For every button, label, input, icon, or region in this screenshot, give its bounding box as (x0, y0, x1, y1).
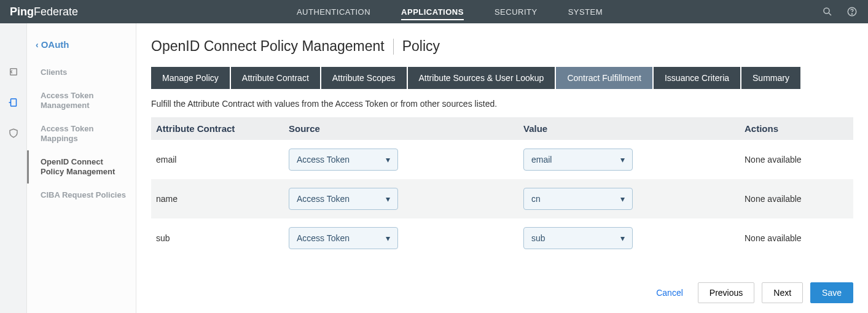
svg-point-3 (851, 14, 852, 14)
row1-source-select[interactable]: Access Token ▾ (289, 188, 398, 210)
sidebar: ‹ OAuth Clients Access Token Management … (27, 23, 136, 313)
row0-ac: email (156, 155, 289, 164)
topnav-authentication[interactable]: AUTHENTICATION (297, 1, 370, 23)
chevron-down-icon: ▾ (620, 155, 625, 164)
topnav-applications[interactable]: APPLICATIONS (401, 1, 464, 23)
tab-attribute-scopes[interactable]: Attribute Scopes (321, 67, 407, 89)
help-icon[interactable] (846, 6, 858, 18)
col-header-act: Actions (745, 123, 848, 134)
chevron-down-icon: ▾ (386, 155, 390, 164)
row0-value-value: email (531, 155, 552, 164)
sidebar-back[interactable]: ‹ OAuth (27, 36, 136, 61)
page-title-sub: Policy (402, 38, 440, 55)
tabs: Manage Policy Attribute Contract Attribu… (151, 67, 853, 89)
rail-icon-1[interactable] (8, 66, 19, 77)
row0-actions: None available (745, 155, 848, 164)
tab-manage-policy[interactable]: Manage Policy (151, 67, 230, 89)
topbar-icons (821, 6, 858, 18)
fulfillment-grid: Attribute Contract Source Value Actions … (151, 117, 853, 258)
col-header-ac: Attribute Contract (156, 123, 289, 134)
topnav-security[interactable]: SECURITY (495, 1, 538, 23)
chevron-down-icon: ▾ (620, 194, 625, 204)
tab-attribute-contract[interactable]: Attribute Contract (231, 67, 320, 89)
topnav: AUTHENTICATION APPLICATIONS SECURITY SYS… (78, 1, 821, 23)
row2-value-value: sub (531, 233, 545, 243)
table-row: sub Access Token ▾ sub ▾ None available (151, 218, 853, 258)
title-divider (393, 39, 394, 55)
row2-ac: sub (156, 233, 289, 243)
previous-button[interactable]: Previous (698, 282, 754, 303)
chevron-down-icon: ▾ (386, 233, 390, 243)
brand-logo: PingFederate (10, 6, 78, 18)
brand-part1: Ping (10, 6, 34, 18)
sidebar-item-clients[interactable]: Clients (27, 61, 136, 84)
svg-rect-5 (10, 99, 16, 106)
row1-source-value: Access Token (297, 194, 350, 204)
col-header-val: Value (523, 123, 745, 134)
row2-actions: None available (745, 233, 848, 243)
tab-attr-sources[interactable]: Attribute Sources & User Lookup (408, 67, 555, 89)
row1-ac: name (156, 194, 289, 204)
row2-source-select[interactable]: Access Token ▾ (289, 227, 398, 249)
main-content: OpenID Connect Policy Management Policy … (136, 23, 868, 313)
table-row: name Access Token ▾ cn ▾ None available (151, 179, 853, 218)
chevron-down-icon: ▾ (620, 233, 625, 243)
sidebar-back-label: OAuth (41, 39, 69, 50)
row1-actions: None available (745, 194, 848, 204)
cancel-link[interactable]: Cancel (656, 288, 683, 298)
next-button[interactable]: Next (762, 282, 803, 303)
page-title: OpenID Connect Policy Management Policy (151, 38, 853, 55)
tab-issuance-criteria[interactable]: Issuance Criteria (654, 67, 740, 89)
save-button[interactable]: Save (810, 282, 853, 303)
row0-source-value: Access Token (297, 155, 350, 164)
row2-source-value: Access Token (297, 233, 350, 243)
svg-line-1 (829, 13, 831, 15)
sidebar-item-oidc[interactable]: OpenID Connect Policy Management (27, 150, 136, 184)
icon-rail (0, 23, 27, 313)
sidebar-item-atmap[interactable]: Access Token Mappings (27, 117, 136, 150)
search-icon[interactable] (821, 6, 834, 18)
footer-actions: Cancel Previous Next Save (136, 270, 868, 313)
tab-contract-fulfillment[interactable]: Contract Fulfillment (556, 67, 652, 89)
rail-icon-3[interactable] (8, 128, 19, 139)
tab-summary[interactable]: Summary (741, 67, 800, 89)
topnav-system[interactable]: SYSTEM (568, 1, 603, 23)
chevron-down-icon: ▾ (386, 194, 390, 204)
table-row: email Access Token ▾ email ▾ None availa… (151, 140, 853, 179)
row2-value-select[interactable]: sub ▾ (523, 227, 633, 249)
grid-header: Attribute Contract Source Value Actions (151, 117, 853, 140)
row1-value-select[interactable]: cn ▾ (523, 188, 633, 210)
row0-value-select[interactable]: email ▾ (523, 149, 633, 171)
page-title-main: OpenID Connect Policy Management (151, 38, 385, 55)
rail-icon-2[interactable] (8, 97, 19, 108)
instruction-text: Fulfill the Attribute Contract with valu… (151, 99, 853, 109)
chevron-left-icon: ‹ (36, 40, 39, 50)
svg-point-0 (824, 8, 829, 14)
row1-value-value: cn (531, 194, 541, 204)
col-header-src: Source (289, 123, 523, 134)
brand-part2: Federate (34, 6, 78, 18)
row0-source-select[interactable]: Access Token ▾ (289, 149, 398, 171)
topbar: PingFederate AUTHENTICATION APPLICATIONS… (0, 0, 868, 23)
app-body: ‹ OAuth Clients Access Token Management … (0, 23, 868, 313)
sidebar-item-atm[interactable]: Access Token Management (27, 84, 136, 117)
sidebar-item-ciba[interactable]: CIBA Request Policies (27, 184, 136, 207)
